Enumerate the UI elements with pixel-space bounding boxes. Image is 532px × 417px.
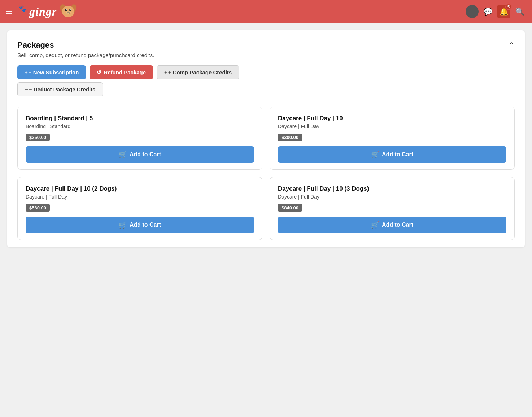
packages-card: Packages ⌃ Sell, comp, deduct, or refund… — [7, 30, 525, 247]
cart-icon: 🛒 — [119, 151, 127, 158]
price-badge: $840.00 — [278, 204, 302, 212]
comp-package-credits-button[interactable]: + + Comp Package Credits — [157, 65, 239, 79]
menu-icon[interactable]: ☰ — [6, 7, 12, 16]
page-title: Packages — [17, 40, 54, 50]
package-type: Daycare | Full Day — [26, 194, 254, 200]
main-content: Packages ⌃ Sell, comp, deduct, or refund… — [0, 23, 532, 255]
package-type: Daycare | Full Day — [278, 194, 506, 200]
search-button[interactable]: 🔍 — [513, 5, 526, 18]
dog-avatar — [60, 2, 76, 21]
refund-package-button[interactable]: ↺ Refund Package — [90, 65, 153, 79]
header: ☰ 🐾 gingr 💬 🔔 5 🔍 — [0, 0, 532, 23]
comp-plus-icon: + — [164, 69, 167, 75]
logo: 🐾 gingr — [18, 5, 57, 18]
package-card-3: Daycare | Full Day | 10 (2 Dogs) Daycare… — [17, 177, 262, 240]
refund-package-label: Refund Package — [104, 69, 146, 75]
packages-subtitle: Sell, comp, deduct, or refund package/pu… — [17, 52, 515, 58]
package-name: Boarding | Standard | 5 — [26, 115, 254, 122]
profile-circle[interactable] — [466, 5, 479, 18]
packages-grid: Boarding | Standard | 5 Boarding | Stand… — [17, 107, 515, 240]
add-to-cart-label: Add to Cart — [382, 151, 413, 158]
new-subscription-button[interactable]: + + New Subscription — [17, 65, 86, 79]
cart-icon: 🛒 — [119, 221, 127, 229]
svg-point-5 — [66, 9, 67, 10]
logo-text: gingr — [29, 5, 57, 18]
add-to-cart-label: Add to Cart — [130, 222, 161, 228]
chat-icon: 💬 — [484, 7, 493, 16]
package-card-1: Boarding | Standard | 5 Boarding | Stand… — [17, 107, 262, 170]
svg-point-6 — [70, 9, 71, 10]
package-name: Daycare | Full Day | 10 (2 Dogs) — [26, 185, 254, 192]
cart-icon: 🛒 — [371, 221, 379, 229]
new-subscription-label: + New Subscription — [29, 69, 79, 75]
package-name: Daycare | Full Day | 10 (3 Dogs) — [278, 185, 506, 192]
svg-point-4 — [69, 9, 71, 11]
notification-badge: 5 — [505, 4, 512, 10]
package-name: Daycare | Full Day | 10 — [278, 115, 506, 122]
cart-icon: 🛒 — [371, 151, 379, 158]
add-to-cart-button[interactable]: 🛒 Add to Cart — [26, 217, 254, 233]
package-type: Boarding | Standard — [26, 123, 254, 129]
price-badge: $250.00 — [26, 134, 50, 141]
plus-icon: + — [25, 69, 28, 75]
svg-point-8 — [66, 11, 71, 14]
add-to-cart-label: Add to Cart — [130, 151, 161, 158]
chat-button[interactable]: 💬 — [481, 5, 494, 18]
price-badge: $560.00 — [26, 204, 50, 212]
minus-icon: − — [25, 86, 28, 92]
add-to-cart-button[interactable]: 🛒 Add to Cart — [278, 146, 506, 163]
action-buttons-row2: − − Deduct Package Credits — [17, 82, 515, 96]
refund-icon: ↺ — [97, 69, 101, 76]
price-badge: $300.00 — [278, 134, 302, 141]
deduct-package-credits-label: − Deduct Package Credits — [29, 86, 96, 92]
package-card-4: Daycare | Full Day | 10 (3 Dogs) Daycare… — [270, 177, 515, 240]
header-right: 💬 🔔 5 🔍 — [466, 5, 526, 18]
add-to-cart-label: Add to Cart — [382, 222, 413, 228]
package-card-2: Daycare | Full Day | 10 Daycare | Full D… — [270, 107, 515, 170]
add-to-cart-button[interactable]: 🛒 Add to Cart — [278, 217, 506, 233]
action-buttons: + + New Subscription ↺ Refund Package + … — [17, 65, 515, 79]
packages-header: Packages ⌃ — [17, 40, 515, 50]
notifications-button[interactable]: 🔔 5 — [497, 5, 510, 18]
deduct-package-credits-button[interactable]: − − Deduct Package Credits — [17, 82, 103, 96]
package-type: Daycare | Full Day — [278, 123, 506, 129]
collapse-icon[interactable]: ⌃ — [509, 41, 515, 49]
search-icon: 🔍 — [515, 7, 524, 16]
add-to-cart-button[interactable]: 🛒 Add to Cart — [26, 146, 254, 163]
paw-icon: 🐾 — [18, 5, 26, 13]
svg-point-3 — [65, 9, 67, 11]
comp-package-credits-label: + Comp Package Credits — [168, 69, 232, 75]
